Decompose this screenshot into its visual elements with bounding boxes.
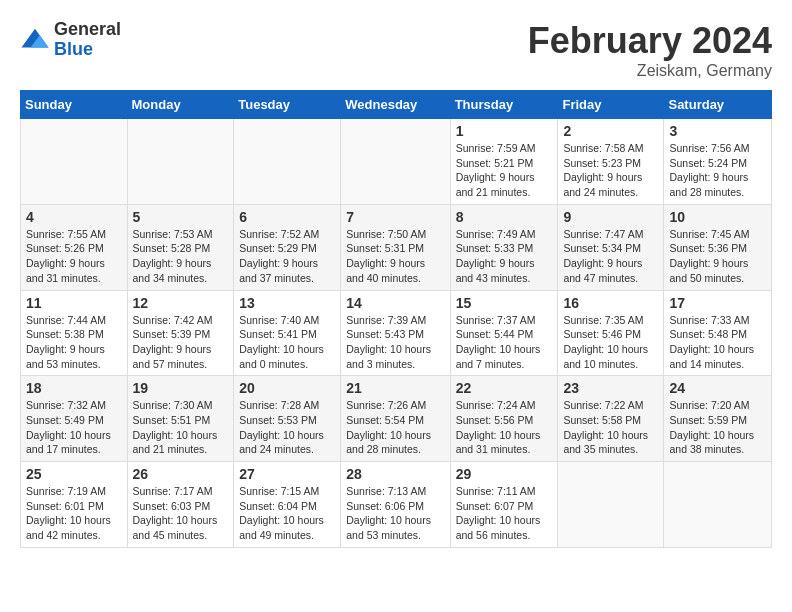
- day-info: Sunrise: 7:58 AM Sunset: 5:23 PM Dayligh…: [563, 141, 658, 200]
- calendar-body: 1Sunrise: 7:59 AM Sunset: 5:21 PM Daylig…: [21, 119, 772, 548]
- day-cell: 11Sunrise: 7:44 AM Sunset: 5:38 PM Dayli…: [21, 290, 128, 376]
- day-info: Sunrise: 7:53 AM Sunset: 5:28 PM Dayligh…: [133, 227, 229, 286]
- location: Zeiskam, Germany: [528, 62, 772, 80]
- logo-general: General: [54, 20, 121, 40]
- day-info: Sunrise: 7:39 AM Sunset: 5:43 PM Dayligh…: [346, 313, 444, 372]
- day-number: 28: [346, 466, 444, 482]
- day-cell: 3Sunrise: 7:56 AM Sunset: 5:24 PM Daylig…: [664, 119, 772, 205]
- day-cell: 20Sunrise: 7:28 AM Sunset: 5:53 PM Dayli…: [234, 376, 341, 462]
- week-row-2: 4Sunrise: 7:55 AM Sunset: 5:26 PM Daylig…: [21, 204, 772, 290]
- day-info: Sunrise: 7:30 AM Sunset: 5:51 PM Dayligh…: [133, 398, 229, 457]
- day-number: 13: [239, 295, 335, 311]
- header-friday: Friday: [558, 91, 664, 119]
- day-info: Sunrise: 7:40 AM Sunset: 5:41 PM Dayligh…: [239, 313, 335, 372]
- day-number: 6: [239, 209, 335, 225]
- logo-icon: [20, 25, 50, 55]
- day-info: Sunrise: 7:17 AM Sunset: 6:03 PM Dayligh…: [133, 484, 229, 543]
- day-info: Sunrise: 7:50 AM Sunset: 5:31 PM Dayligh…: [346, 227, 444, 286]
- day-cell: [234, 119, 341, 205]
- day-number: 25: [26, 466, 122, 482]
- day-info: Sunrise: 7:47 AM Sunset: 5:34 PM Dayligh…: [563, 227, 658, 286]
- day-number: 7: [346, 209, 444, 225]
- day-number: 22: [456, 380, 553, 396]
- day-cell: 2Sunrise: 7:58 AM Sunset: 5:23 PM Daylig…: [558, 119, 664, 205]
- day-number: 29: [456, 466, 553, 482]
- day-info: Sunrise: 7:33 AM Sunset: 5:48 PM Dayligh…: [669, 313, 766, 372]
- header-row: Sunday Monday Tuesday Wednesday Thursday…: [21, 91, 772, 119]
- day-cell: 9Sunrise: 7:47 AM Sunset: 5:34 PM Daylig…: [558, 204, 664, 290]
- day-info: Sunrise: 7:32 AM Sunset: 5:49 PM Dayligh…: [26, 398, 122, 457]
- day-cell: 5Sunrise: 7:53 AM Sunset: 5:28 PM Daylig…: [127, 204, 234, 290]
- day-number: 18: [26, 380, 122, 396]
- day-cell: 18Sunrise: 7:32 AM Sunset: 5:49 PM Dayli…: [21, 376, 128, 462]
- logo-text: General Blue: [54, 20, 121, 60]
- day-cell: 7Sunrise: 7:50 AM Sunset: 5:31 PM Daylig…: [341, 204, 450, 290]
- day-info: Sunrise: 7:37 AM Sunset: 5:44 PM Dayligh…: [456, 313, 553, 372]
- day-info: Sunrise: 7:20 AM Sunset: 5:59 PM Dayligh…: [669, 398, 766, 457]
- day-cell: 28Sunrise: 7:13 AM Sunset: 6:06 PM Dayli…: [341, 462, 450, 548]
- day-number: 8: [456, 209, 553, 225]
- day-number: 9: [563, 209, 658, 225]
- day-info: Sunrise: 7:13 AM Sunset: 6:06 PM Dayligh…: [346, 484, 444, 543]
- day-cell: 26Sunrise: 7:17 AM Sunset: 6:03 PM Dayli…: [127, 462, 234, 548]
- day-cell: 25Sunrise: 7:19 AM Sunset: 6:01 PM Dayli…: [21, 462, 128, 548]
- day-info: Sunrise: 7:45 AM Sunset: 5:36 PM Dayligh…: [669, 227, 766, 286]
- day-number: 20: [239, 380, 335, 396]
- week-row-1: 1Sunrise: 7:59 AM Sunset: 5:21 PM Daylig…: [21, 119, 772, 205]
- day-info: Sunrise: 7:24 AM Sunset: 5:56 PM Dayligh…: [456, 398, 553, 457]
- day-info: Sunrise: 7:15 AM Sunset: 6:04 PM Dayligh…: [239, 484, 335, 543]
- day-info: Sunrise: 7:59 AM Sunset: 5:21 PM Dayligh…: [456, 141, 553, 200]
- day-number: 23: [563, 380, 658, 396]
- day-info: Sunrise: 7:19 AM Sunset: 6:01 PM Dayligh…: [26, 484, 122, 543]
- header-saturday: Saturday: [664, 91, 772, 119]
- day-cell: 29Sunrise: 7:11 AM Sunset: 6:07 PM Dayli…: [450, 462, 558, 548]
- day-cell: 4Sunrise: 7:55 AM Sunset: 5:26 PM Daylig…: [21, 204, 128, 290]
- day-cell: 10Sunrise: 7:45 AM Sunset: 5:36 PM Dayli…: [664, 204, 772, 290]
- logo: General Blue: [20, 20, 121, 60]
- month-title: February 2024: [528, 20, 772, 62]
- day-cell: 24Sunrise: 7:20 AM Sunset: 5:59 PM Dayli…: [664, 376, 772, 462]
- week-row-3: 11Sunrise: 7:44 AM Sunset: 5:38 PM Dayli…: [21, 290, 772, 376]
- header-sunday: Sunday: [21, 91, 128, 119]
- logo-blue: Blue: [54, 40, 121, 60]
- header-wednesday: Wednesday: [341, 91, 450, 119]
- day-cell: 12Sunrise: 7:42 AM Sunset: 5:39 PM Dayli…: [127, 290, 234, 376]
- day-cell: 16Sunrise: 7:35 AM Sunset: 5:46 PM Dayli…: [558, 290, 664, 376]
- day-number: 3: [669, 123, 766, 139]
- day-info: Sunrise: 7:56 AM Sunset: 5:24 PM Dayligh…: [669, 141, 766, 200]
- day-number: 10: [669, 209, 766, 225]
- day-cell: 14Sunrise: 7:39 AM Sunset: 5:43 PM Dayli…: [341, 290, 450, 376]
- day-number: 12: [133, 295, 229, 311]
- day-cell: 22Sunrise: 7:24 AM Sunset: 5:56 PM Dayli…: [450, 376, 558, 462]
- day-info: Sunrise: 7:28 AM Sunset: 5:53 PM Dayligh…: [239, 398, 335, 457]
- header-thursday: Thursday: [450, 91, 558, 119]
- day-info: Sunrise: 7:49 AM Sunset: 5:33 PM Dayligh…: [456, 227, 553, 286]
- day-number: 17: [669, 295, 766, 311]
- day-cell: [558, 462, 664, 548]
- day-info: Sunrise: 7:35 AM Sunset: 5:46 PM Dayligh…: [563, 313, 658, 372]
- day-cell: 15Sunrise: 7:37 AM Sunset: 5:44 PM Dayli…: [450, 290, 558, 376]
- day-cell: 1Sunrise: 7:59 AM Sunset: 5:21 PM Daylig…: [450, 119, 558, 205]
- day-number: 15: [456, 295, 553, 311]
- day-number: 21: [346, 380, 444, 396]
- page-header: General Blue February 2024 Zeiskam, Germ…: [20, 20, 772, 80]
- day-number: 14: [346, 295, 444, 311]
- day-cell: 27Sunrise: 7:15 AM Sunset: 6:04 PM Dayli…: [234, 462, 341, 548]
- week-row-5: 25Sunrise: 7:19 AM Sunset: 6:01 PM Dayli…: [21, 462, 772, 548]
- day-cell: [664, 462, 772, 548]
- day-cell: 13Sunrise: 7:40 AM Sunset: 5:41 PM Dayli…: [234, 290, 341, 376]
- day-cell: 17Sunrise: 7:33 AM Sunset: 5:48 PM Dayli…: [664, 290, 772, 376]
- day-info: Sunrise: 7:26 AM Sunset: 5:54 PM Dayligh…: [346, 398, 444, 457]
- day-number: 4: [26, 209, 122, 225]
- header-monday: Monday: [127, 91, 234, 119]
- day-number: 5: [133, 209, 229, 225]
- day-cell: [21, 119, 128, 205]
- day-number: 2: [563, 123, 658, 139]
- day-number: 11: [26, 295, 122, 311]
- day-info: Sunrise: 7:22 AM Sunset: 5:58 PM Dayligh…: [563, 398, 658, 457]
- day-cell: 21Sunrise: 7:26 AM Sunset: 5:54 PM Dayli…: [341, 376, 450, 462]
- day-cell: 8Sunrise: 7:49 AM Sunset: 5:33 PM Daylig…: [450, 204, 558, 290]
- day-number: 16: [563, 295, 658, 311]
- day-number: 19: [133, 380, 229, 396]
- week-row-4: 18Sunrise: 7:32 AM Sunset: 5:49 PM Dayli…: [21, 376, 772, 462]
